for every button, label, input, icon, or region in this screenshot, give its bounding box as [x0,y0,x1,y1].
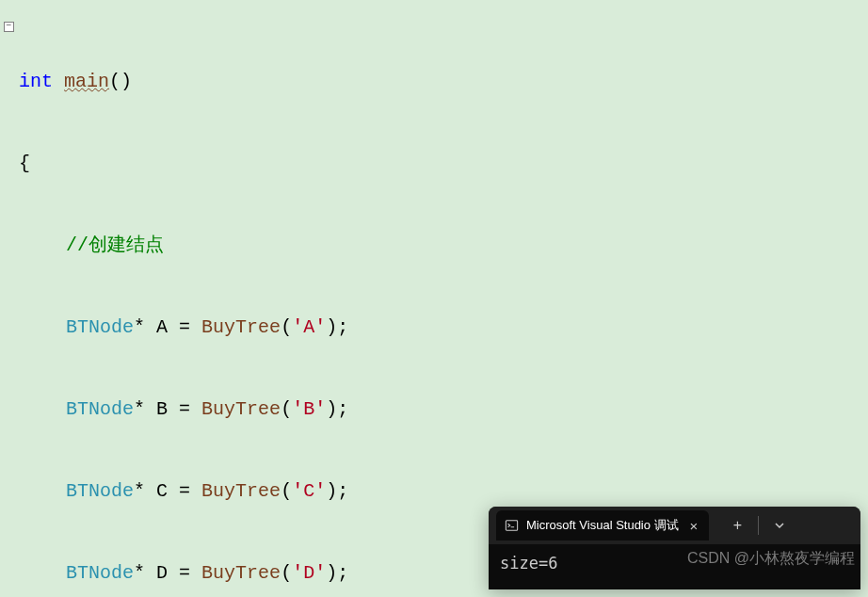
terminal-output[interactable]: size=6 [489,544,860,589]
svg-rect-0 [506,521,517,531]
brace-open: { [19,153,30,174]
func-buytree: BuyTree [201,316,281,338]
terminal-icon [504,518,519,533]
output-line: size=6 [500,554,557,573]
paren: () [109,71,132,92]
terminal-tabbar: Microsoft Visual Studio 调试 × + [489,507,860,544]
tab-title: Microsoft Visual Studio 调试 [526,517,679,534]
terminal-tab[interactable]: Microsoft Visual Studio 调试 × [496,510,709,541]
divider [758,516,759,535]
keyword-int: int [19,71,53,92]
tab-dropdown-button[interactable] [764,512,795,539]
new-tab-button[interactable]: + [722,512,752,539]
tab-controls: + [722,512,795,539]
fold-gutter: − [0,0,17,597]
close-icon[interactable]: × [686,518,702,534]
func-main: main [64,71,109,92]
comment: //创建结点 [66,234,164,256]
type-btnode: BTNode [66,316,134,338]
terminal-window: Microsoft Visual Studio 调试 × + size=6 [489,507,860,589]
fold-toggle-icon[interactable]: − [4,22,14,32]
